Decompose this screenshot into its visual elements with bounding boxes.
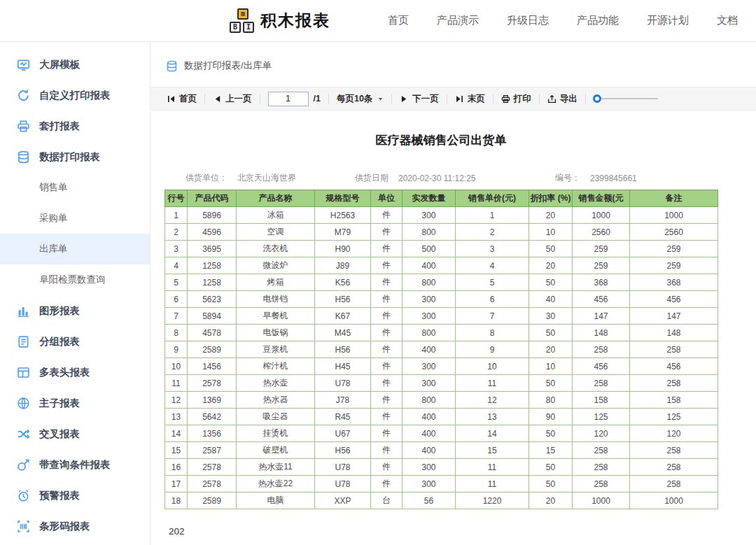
- sidebar-item-10[interactable]: 多表头报表: [0, 357, 150, 388]
- sidebar-item-3[interactable]: 数据打印报表: [0, 141, 150, 172]
- cell: 2587: [188, 442, 237, 459]
- column-header-2: 产品名称: [237, 190, 315, 207]
- sidebar-item-7[interactable]: 阜阳检票数查询: [0, 264, 150, 295]
- refresh-icon: [17, 89, 30, 102]
- cell: 电饭锅: [237, 325, 315, 341]
- cell: J89: [315, 257, 371, 274]
- supplier-value: 北京天山海世界: [237, 172, 296, 184]
- print-button[interactable]: 打印: [493, 93, 539, 105]
- screen-icon: [17, 58, 30, 71]
- nav-item-5[interactable]: 文档: [717, 14, 738, 27]
- cell: 1: [456, 207, 529, 224]
- main-content: 数据打印报表/出库单 首页上一页/1每页10条下一页末页打印导出 医疗器械销售公…: [150, 42, 756, 545]
- cell: 500: [402, 241, 456, 257]
- logo-block-i: I: [243, 22, 254, 33]
- cell: U78: [315, 476, 371, 493]
- cell: 件: [371, 392, 402, 409]
- nav-item-1[interactable]: 产品演示: [437, 14, 479, 27]
- cell: 件: [371, 409, 402, 425]
- page-number-input[interactable]: [268, 92, 309, 106]
- cell: 400: [402, 341, 456, 358]
- cell: 30: [529, 308, 573, 325]
- cell: 10: [165, 358, 188, 375]
- cell: 368: [573, 274, 630, 291]
- table-row: 141356挂烫机U67件4001450120120: [165, 425, 718, 442]
- cell: 台: [371, 493, 402, 509]
- cell: 10: [456, 358, 529, 375]
- cell: 456: [630, 358, 718, 375]
- cell: 14: [165, 425, 188, 442]
- cell: U78: [315, 375, 371, 392]
- next-page-button[interactable]: 下一页: [392, 93, 447, 105]
- cell: 400: [402, 409, 456, 425]
- sidebar-item-5[interactable]: 采购单: [0, 203, 150, 234]
- sidebar-item-label: 条形码报表: [39, 520, 90, 533]
- nav-item-2[interactable]: 升级日志: [507, 14, 549, 27]
- nav-item-4[interactable]: 开源计划: [647, 14, 689, 27]
- export-button[interactable]: 导出: [540, 93, 585, 105]
- sidebar-item-12[interactable]: 交叉报表: [0, 418, 150, 449]
- table-row: 51258烤箱K56件800550368368: [165, 274, 718, 291]
- table-row: 24596空调M79件80021025602560: [165, 224, 718, 241]
- cell: M45: [315, 325, 371, 341]
- nav-item-3[interactable]: 产品功能: [577, 14, 619, 27]
- sidebar-item-11[interactable]: 主子报表: [0, 388, 150, 418]
- cell: 件: [371, 459, 402, 476]
- sidebar-item-9[interactable]: 分组报表: [0, 326, 150, 357]
- cell: U67: [315, 425, 371, 442]
- last-page-button[interactable]: 末页: [447, 93, 493, 105]
- cell: 147: [573, 308, 630, 325]
- cell: 5: [456, 274, 529, 291]
- sidebar-item-1[interactable]: 自定义打印报表: [0, 80, 150, 111]
- number-value: 2399845661: [590, 174, 637, 183]
- app-logo[interactable]: m B I 积木报表: [230, 8, 330, 34]
- cell: 5642: [188, 409, 237, 425]
- logo-block-m: m: [237, 8, 248, 20]
- zoom-slider[interactable]: [586, 94, 658, 103]
- cell: 258: [630, 341, 718, 358]
- cell: 800: [402, 274, 456, 291]
- cell: 800: [402, 224, 456, 241]
- cell: 挂烫机: [237, 425, 315, 442]
- sidebar-item-15[interactable]: 条形码报表: [0, 511, 150, 542]
- sidebar-item-label: 预警报表: [39, 489, 80, 502]
- supplier-label: 供货单位：: [186, 172, 227, 184]
- cell: J78: [315, 392, 371, 409]
- sidebar-item-13[interactable]: 带查询条件报表: [0, 449, 150, 480]
- cell: 158: [630, 392, 718, 409]
- cell: 10: [529, 224, 573, 241]
- cell: 258: [573, 375, 630, 392]
- sidebar-item-6[interactable]: 出库单: [0, 234, 150, 264]
- sidebar-item-label: 出库单: [39, 243, 68, 255]
- query-link-icon: [17, 458, 30, 472]
- first-page-button[interactable]: 首页: [159, 93, 204, 105]
- cell: 4: [165, 257, 188, 274]
- sidebar-item-4[interactable]: 销售单: [0, 172, 150, 203]
- cell: 热水壶22: [237, 476, 315, 493]
- cell: 13: [456, 409, 529, 425]
- cell: 368: [630, 274, 718, 291]
- sidebar: 大屏模板自定义打印报表套打报表数据打印报表销售单采购单出库单阜阳检票数查询图形报…: [0, 42, 150, 545]
- sidebar-item-0[interactable]: 大屏模板: [0, 49, 150, 80]
- sidebar-item-14[interactable]: 预警报表: [0, 480, 150, 511]
- table-row: 33695洗衣机H90件500350259259: [165, 241, 718, 257]
- next-page-icon: [400, 94, 409, 104]
- sidebar-item-2[interactable]: 套打报表: [0, 111, 150, 141]
- cell: 2560: [573, 224, 630, 241]
- prev-page-button[interactable]: 上一页: [205, 93, 260, 105]
- nav-item-0[interactable]: 首页: [388, 14, 409, 27]
- caret-down-icon: [377, 96, 384, 102]
- per-page-select[interactable]: 每页10条: [329, 93, 391, 105]
- cell: 1000: [630, 493, 718, 509]
- cell: 4: [456, 257, 529, 274]
- sidebar-item-8[interactable]: 图形报表: [0, 295, 150, 326]
- cell: 2: [165, 224, 188, 241]
- cell: 5: [165, 274, 188, 291]
- top-nav: 首页产品演示升级日志产品功能开源计划文档: [388, 14, 756, 27]
- slider-track[interactable]: [601, 98, 658, 99]
- slider-knob[interactable]: [593, 94, 601, 103]
- cell: 259: [573, 241, 630, 257]
- cell: M79: [315, 224, 371, 241]
- cell: 5894: [188, 308, 237, 325]
- cell: 11: [456, 459, 529, 476]
